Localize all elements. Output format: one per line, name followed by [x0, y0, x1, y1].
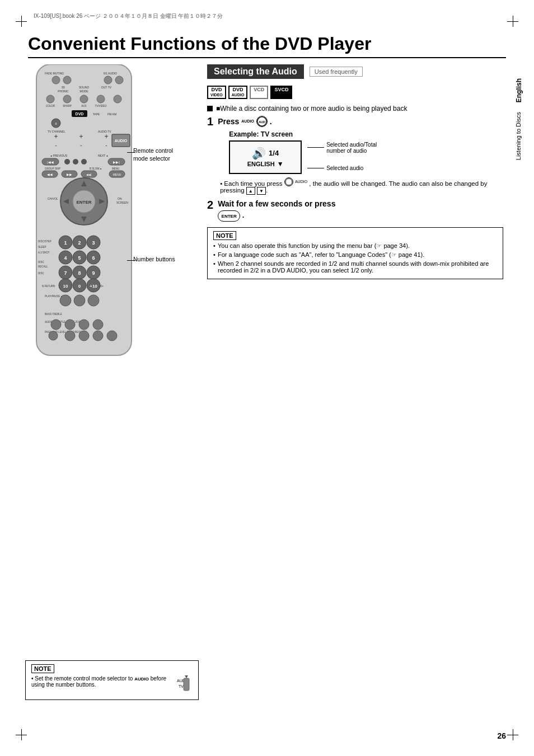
press-label: Press — [218, 117, 239, 126]
svg-text:+10: +10 — [90, 284, 97, 289]
note-item-3: When 2 channel sounds are recorded in 1/… — [213, 260, 497, 274]
svg-text:+: + — [79, 133, 83, 140]
right-content: Selecting the Audio Used frequently DVD … — [207, 64, 503, 279]
wait-label: Wait for a few seconds or press — [218, 199, 335, 208]
svg-text:6/1 AUDIO: 6/1 AUDIO — [104, 72, 117, 75]
svg-point-41 — [64, 159, 70, 165]
svg-text:GROUP SKIP: GROUP SKIP — [45, 167, 60, 170]
note-box-right: NOTE You can also operate this function … — [207, 227, 503, 279]
ann-top-text: Selected audio/Totalnumber of audio — [326, 142, 377, 154]
svg-text:SCREEN: SCREEN — [116, 201, 128, 204]
english-label: ENGLISH — [247, 161, 275, 167]
svg-text:▶▶: ▶▶ — [67, 173, 72, 176]
svg-text:SHARP: SHARP — [63, 105, 72, 107]
svg-point-16 — [114, 95, 121, 103]
remote-control-svg: FADE MUTING 6/1 AUDIO 3D PHONIC SOUND MO… — [25, 64, 148, 361]
remote-mode-selector-label: Remote controlmode selector — [133, 147, 200, 162]
svg-text:CH/VOL: CH/VOL — [48, 197, 58, 200]
ann-bottom-text: Selected audio — [326, 165, 363, 171]
svg-text:4: 4 — [64, 255, 67, 261]
svg-text:PHONIC: PHONIC — [58, 90, 69, 93]
note-label-right: NOTE — [213, 231, 236, 240]
svg-text:◀◀|: ◀◀| — [86, 173, 91, 176]
svg-text:TV/VIDEO: TV/VIDEO — [95, 105, 107, 107]
annotation-top: Selected audio/Totalnumber of audio — [307, 142, 377, 154]
svg-text:AUX: AUX — [81, 105, 86, 107]
annotation-bottom: Selected audio — [307, 165, 377, 171]
svg-text:N RETURN: N RETURN — [42, 285, 55, 288]
screen-top: 🔊 1/4 — [252, 147, 279, 160]
svg-point-110 — [49, 331, 58, 340]
svg-text:1: 1 — [64, 240, 67, 246]
used-frequently-badge: Used frequently — [310, 67, 363, 77]
period: . — [270, 117, 272, 126]
svg-text:-: - — [105, 142, 107, 148]
ann-line-top — [307, 147, 324, 148]
svg-text:II: II — [55, 122, 57, 125]
svg-point-105 — [51, 320, 61, 330]
svg-text:B SLOW ●: B SLOW ● — [90, 167, 102, 170]
svg-text:0: 0 — [78, 284, 81, 289]
svg-point-3 — [52, 76, 60, 84]
audio-super-label: AUDIO — [241, 119, 254, 123]
svg-point-15 — [97, 95, 105, 103]
badge-dvd-audio: DVD AUDIO — [228, 86, 248, 99]
svg-text:AUDIO SUBTITLE ANGLE  ZOOM: AUDIO SUBTITLE ANGLE ZOOM — [45, 321, 83, 323]
badge-vcd: VCD — [250, 86, 268, 99]
svg-point-106 — [65, 320, 75, 330]
svg-text:MENU: MENU — [113, 173, 121, 176]
file-info: IX-109[US].book 26 ページ ２００４年１０月８日 金曜日 午前… — [34, 12, 223, 20]
intro-content: ■While a disc containing two or more aud… — [216, 105, 407, 112]
svg-text:SOUND: SOUND — [79, 86, 89, 89]
audio-label-note: AUDIO — [134, 677, 149, 682]
svg-point-5 — [104, 76, 112, 84]
svg-text:RECALL: RECALL — [38, 265, 48, 268]
up-arrow-btn[interactable]: ▲ — [246, 187, 255, 195]
step-2-content: Wait for a few seconds or press ENTER . — [218, 199, 503, 222]
svg-point-42 — [73, 159, 78, 165]
svg-point-107 — [79, 320, 89, 330]
svg-text:7: 7 — [64, 270, 67, 276]
tv-screen-wrapper: 🔊 1/4 ENGLISH ▼ Se — [229, 140, 503, 174]
step-1: 1 Press AUDIO AUD . Example: TV screen — [207, 116, 503, 195]
screen-bottom: ENGLISH ▼ — [247, 160, 284, 168]
svg-text:6: 6 — [92, 255, 95, 261]
svg-point-6 — [115, 76, 123, 84]
page-number: 26 — [497, 731, 506, 740]
enter-button[interactable]: ENTER — [218, 210, 240, 222]
audio-button-icon[interactable]: AUD — [256, 116, 268, 127]
svg-point-101 — [74, 295, 85, 306]
svg-text:AUD: AUD — [259, 120, 265, 123]
svg-marker-121 — [185, 675, 188, 678]
crosshair-bottom-left — [16, 729, 27, 740]
remote-area: FADE MUTING 6/1 AUDIO 3D PHONIC SOUND MO… — [25, 64, 199, 666]
period-2: . — [242, 211, 245, 219]
svg-point-14 — [80, 95, 88, 103]
svg-text:5: 5 — [78, 255, 81, 261]
down-arrow-btn[interactable]: ▼ — [257, 187, 266, 195]
section-header: Selecting the Audio Used frequently — [207, 64, 503, 79]
svg-rect-120 — [184, 678, 189, 691]
step-2-number: 2 — [207, 199, 213, 210]
note-bottom-content: • Set the remote control mode selector t… — [31, 675, 193, 696]
svg-text:SLEEP: SLEEP — [38, 246, 46, 248]
svg-text:+: + — [54, 133, 58, 140]
svg-text:2: 2 — [78, 240, 81, 246]
svg-point-108 — [93, 320, 103, 330]
svg-point-112 — [79, 331, 89, 341]
title-underline — [28, 57, 506, 58]
note-label-bottom: NOTE — [31, 664, 54, 673]
svg-point-43 — [81, 159, 87, 165]
svg-text:ON: ON — [118, 197, 122, 200]
callout-line-2 — [127, 260, 135, 261]
bullet-icon — [207, 106, 213, 111]
screen-container: 🔊 1/4 ENGLISH ▼ — [229, 140, 302, 174]
svg-text:MODE: MODE — [80, 90, 89, 93]
crosshair-bottom-right — [507, 729, 518, 740]
audio-btn-inline[interactable] — [284, 177, 293, 186]
svg-text:3: 3 — [92, 240, 95, 246]
svg-text:NEXT ●: NEXT ● — [98, 154, 108, 157]
note-bottom-text: • Set the remote control mode selector t… — [31, 675, 172, 688]
note-item-2: For a language code such as "AA", refer … — [213, 251, 497, 259]
format-badges: DVD VIDEO DVD AUDIO VCD SVCD — [207, 86, 503, 99]
